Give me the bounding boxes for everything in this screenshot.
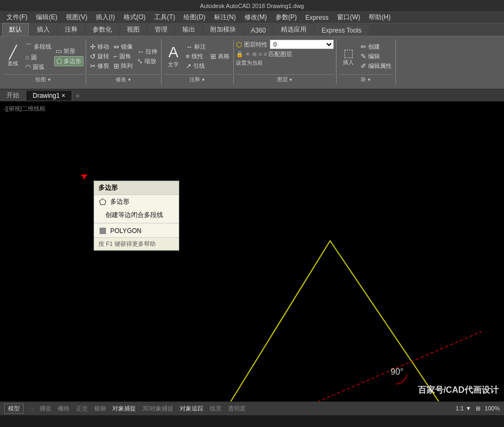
- grid-label[interactable]: 栅格: [58, 405, 70, 413]
- menu-file[interactable]: 文件(F): [2, 12, 32, 23]
- block-group-arrow[interactable]: ▼: [367, 77, 371, 82]
- edit-block2-icon: ✐: [361, 62, 366, 70]
- draw-group-label[interactable]: 绘图 ▼: [3, 74, 83, 84]
- tab-default[interactable]: 默认: [2, 23, 29, 36]
- draw-group-arrow[interactable]: ▼: [47, 77, 51, 82]
- popup-item-command[interactable]: POLYGON: [94, 224, 179, 237]
- linestyle-button[interactable]: ≡ 线性: [184, 52, 208, 61]
- annotation-group-label[interactable]: 注释 ▼: [164, 74, 231, 84]
- tab-insert[interactable]: 插入: [30, 23, 57, 36]
- tab-express[interactable]: Express Tools: [315, 25, 368, 36]
- svg-rect-4: [100, 228, 106, 234]
- angle-label: 90°: [391, 367, 403, 376]
- tab-manage[interactable]: 管理: [148, 23, 174, 36]
- tab-output[interactable]: 输出: [175, 23, 202, 36]
- menu-draw[interactable]: 绘图(D): [179, 12, 210, 23]
- create-block-button[interactable]: ✏ 创建: [359, 42, 393, 51]
- polyline-icon: ⌒: [25, 42, 32, 52]
- tab-param[interactable]: 参数化: [86, 23, 119, 36]
- canvas-area[interactable]: 90° -][俯视]二维线框 百家号/CAD代画设计 多边形 多边形 创建等边闭…: [0, 102, 504, 401]
- table-button[interactable]: ⊞ 表格: [209, 52, 231, 61]
- scale-icon: ⤡: [137, 57, 143, 65]
- snap-label[interactable]: 捕捉: [40, 405, 51, 413]
- annotation-scale[interactable]: 1:1 ▼: [456, 405, 471, 412]
- array-icon: ⊞: [113, 62, 119, 70]
- tab-featured[interactable]: 精选应用: [274, 23, 314, 36]
- stretch-button[interactable]: ↔ 拉伸: [135, 47, 159, 56]
- ribbon-group-layers: ⬡ 图层特性 0 🔒 ☀ ⊕ ≡ ≡ 匹配图层 设置为当前: [234, 40, 337, 84]
- title-text: Autodesk AutoCAD 2018 Drawing1.dwg: [200, 3, 304, 9]
- scale-button[interactable]: ⤡ 缩放: [135, 57, 159, 66]
- tab-addons[interactable]: 附加模块: [203, 23, 243, 36]
- ribbon-tabs: 默认 插入 注释 参数化 视图 管理 输出 附加模块 A360 精选应用 Exp…: [0, 24, 504, 36]
- ribbon-group-draw: ╱ 直线 ⌒ 多段线 ○ 圆 ◠ 圆弧: [1, 40, 86, 84]
- dim-icon: ↔: [186, 43, 193, 51]
- lineweight-label[interactable]: 线宽: [210, 405, 222, 413]
- edit-block-icon: ✎: [361, 52, 366, 60]
- menu-edit[interactable]: 编辑(E): [32, 12, 62, 23]
- arc-button[interactable]: ◠ 圆弧: [24, 63, 53, 72]
- move-button[interactable]: ✛ 移动: [88, 42, 111, 51]
- dim-button[interactable]: ↔ 标注: [184, 42, 208, 51]
- menu-express[interactable]: Express: [301, 13, 333, 22]
- modify-group-label[interactable]: 修改 ▼: [88, 74, 159, 84]
- menu-bar: 文件(F) 编辑(E) 视图(V) 插入(I) 格式(O) 工具(T) 绘图(D…: [0, 12, 504, 24]
- mirror-button[interactable]: ⇔ 镜像: [112, 42, 134, 51]
- leader-icon: ↗: [186, 62, 192, 70]
- layer-dropdown[interactable]: 0: [270, 40, 334, 49]
- menu-dim[interactable]: 标注(N): [210, 12, 240, 23]
- layer-color-label: 匹配图层: [269, 50, 292, 58]
- grid-button[interactable]: ::: [30, 406, 33, 412]
- tab-view[interactable]: 视图: [120, 23, 147, 36]
- doc-tab-start[interactable]: 开始: [0, 90, 26, 101]
- menu-modify[interactable]: 修改(M): [240, 12, 271, 23]
- line-button[interactable]: ╱ 直线: [3, 44, 22, 68]
- menu-view[interactable]: 视图(V): [62, 12, 91, 23]
- layers-group-label[interactable]: 图层 ▼: [236, 74, 334, 84]
- array-button[interactable]: ⊞ 阵列: [112, 61, 134, 71]
- popup-item-polygon[interactable]: 多边形: [94, 195, 179, 208]
- rotate-button[interactable]: ↺ 旋转: [88, 52, 111, 61]
- popup-item-create[interactable]: 创建等边闭合多段线: [94, 208, 179, 222]
- menu-insert[interactable]: 插入(I): [91, 12, 119, 23]
- fillet-button[interactable]: ⌐ 圆角: [112, 52, 134, 61]
- popup-divider: [94, 223, 179, 223]
- ortho-label[interactable]: 正交: [76, 405, 88, 413]
- popup-title: 多边形: [94, 181, 179, 195]
- model-button[interactable]: 模型: [4, 403, 24, 414]
- leader-button[interactable]: ↗ 引线: [184, 61, 208, 71]
- insert-block-button[interactable]: ⬚ 插入: [339, 46, 358, 67]
- 3dosnap-label[interactable]: 3D对象捕捉: [142, 405, 173, 413]
- arc-icon: ◠: [25, 63, 31, 71]
- rectangle-button[interactable]: ▭ 矩形: [54, 46, 83, 56]
- doc-tabs: 开始 Drawing1 × +: [0, 90, 504, 102]
- zoom-level[interactable]: 100%: [485, 405, 500, 412]
- polyline-button[interactable]: ⌒ 多段线: [24, 42, 53, 52]
- layers-group-arrow[interactable]: ▼: [289, 77, 293, 82]
- doc-tab-drawing1[interactable]: Drawing1 ×: [26, 91, 72, 100]
- edit-block-button[interactable]: ✎ 编辑: [359, 52, 393, 61]
- trim-button[interactable]: ✂ 修剪: [88, 61, 111, 71]
- edit-block2-button[interactable]: ✐ 编辑属性: [359, 61, 393, 71]
- block-group-label[interactable]: 块 ▼: [339, 74, 393, 84]
- polar-label[interactable]: 极轴: [94, 405, 106, 413]
- annotation-group-arrow[interactable]: ▼: [201, 77, 205, 82]
- tab-annotate[interactable]: 注释: [58, 23, 85, 36]
- menu-tools[interactable]: 工具(T): [150, 12, 179, 23]
- text-button[interactable]: A 文字: [164, 43, 183, 69]
- layer-tools: 🔒 ☀ ⊕ ≡ ≡: [236, 51, 267, 58]
- osnap-label[interactable]: 对象捕捉: [112, 405, 136, 413]
- tab-a360[interactable]: A360: [244, 25, 273, 36]
- circle-button[interactable]: ○ 圆: [24, 53, 53, 62]
- menu-param[interactable]: 参数(P): [271, 12, 301, 23]
- menu-window[interactable]: 窗口(W): [333, 12, 364, 23]
- menu-help[interactable]: 帮助(H): [364, 12, 395, 23]
- polygon-button[interactable]: ⬠ 多边形: [54, 56, 83, 66]
- menu-format[interactable]: 格式(O): [119, 12, 150, 23]
- viewport-scale[interactable]: ⊞: [476, 405, 480, 412]
- new-tab-button[interactable]: +: [72, 90, 83, 101]
- otrack-label[interactable]: 对象追踪: [180, 405, 203, 413]
- ribbon: ╱ 直线 ⌒ 多段线 ○ 圆 ◠ 圆弧: [0, 36, 504, 90]
- transparency-label[interactable]: 透明度: [228, 405, 246, 413]
- modify-group-arrow[interactable]: ▼: [127, 77, 132, 82]
